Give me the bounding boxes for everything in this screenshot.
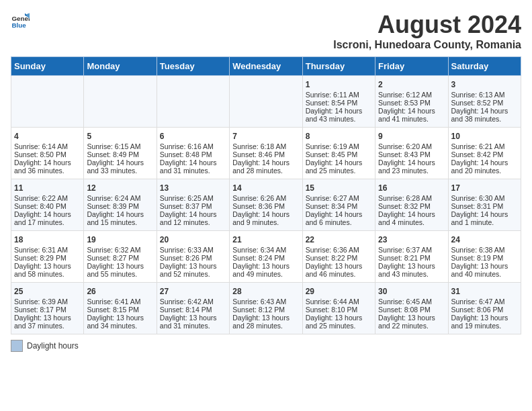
day-info: Sunrise: 6:43 AM: [232, 298, 299, 306]
day-info: Sunset: 8:15 PM: [87, 306, 153, 314]
day-info: Daylight: 14 hours and 12 minutes.: [160, 210, 226, 226]
day-info: Daylight: 13 hours and 58 minutes.: [14, 262, 81, 278]
day-info: Sunset: 8:48 PM: [160, 150, 226, 158]
day-info: Sunrise: 6:15 AM: [87, 142, 153, 150]
day-number: 26: [87, 287, 153, 296]
day-info: Sunset: 8:49 PM: [87, 150, 153, 158]
day-info: Sunset: 8:17 PM: [14, 306, 81, 314]
month-year-title: August 2024: [333, 11, 521, 39]
day-info: Daylight: 14 hours and 15 minutes.: [87, 210, 153, 226]
day-info: Sunset: 8:10 PM: [306, 306, 372, 314]
day-info: Sunrise: 6:36 AM: [306, 246, 372, 254]
logo-icon: General Blue: [11, 11, 30, 30]
day-info: Daylight: 14 hours and 23 minutes.: [378, 158, 445, 175]
day-info: Sunrise: 6:47 AM: [451, 298, 518, 306]
day-info: Sunset: 8:45 PM: [306, 150, 372, 158]
day-info: Sunrise: 6:19 AM: [306, 142, 372, 150]
day-number: 1: [306, 80, 372, 89]
day-info: Sunrise: 6:13 AM: [451, 91, 518, 99]
day-info: Sunset: 8:39 PM: [87, 202, 153, 210]
day-info: Sunrise: 6:16 AM: [160, 142, 226, 150]
day-number: 30: [378, 287, 445, 296]
day-info: Sunrise: 6:27 AM: [306, 194, 372, 202]
logo: General Blue: [11, 11, 30, 30]
calendar-cell: 26Sunrise: 6:41 AMSunset: 8:15 PMDayligh…: [84, 283, 157, 334]
calendar-cell: 6Sunrise: 6:16 AMSunset: 8:48 PMDaylight…: [157, 128, 229, 179]
calendar-week-row: 4Sunrise: 6:14 AMSunset: 8:50 PMDaylight…: [11, 128, 521, 179]
calendar-cell: [157, 76, 229, 128]
day-info: Daylight: 13 hours and 34 minutes.: [87, 314, 153, 330]
calendar-cell: 12Sunrise: 6:24 AMSunset: 8:39 PMDayligh…: [84, 179, 157, 231]
day-number: 3: [451, 80, 518, 89]
day-number: 15: [306, 183, 372, 193]
day-info: Sunrise: 6:42 AM: [160, 298, 226, 306]
day-info: Sunrise: 6:44 AM: [306, 298, 372, 306]
day-info: Daylight: 14 hours and 33 minutes.: [87, 158, 153, 175]
day-info: Sunset: 8:36 PM: [232, 202, 299, 210]
calendar-cell: 4Sunrise: 6:14 AMSunset: 8:50 PMDaylight…: [11, 128, 84, 179]
day-info: Sunrise: 6:38 AM: [451, 246, 518, 254]
day-info: Daylight: 13 hours and 28 minutes.: [232, 314, 299, 330]
calendar-cell: 27Sunrise: 6:42 AMSunset: 8:14 PMDayligh…: [157, 283, 229, 334]
day-number: 23: [378, 235, 445, 244]
column-header-thursday: Thursday: [302, 57, 375, 76]
day-number: 28: [232, 287, 299, 296]
calendar-cell: 23Sunrise: 6:37 AMSunset: 8:21 PMDayligh…: [375, 231, 448, 283]
day-info: Sunrise: 6:41 AM: [87, 298, 153, 306]
calendar-cell: [230, 76, 302, 128]
day-info: Sunset: 8:40 PM: [14, 202, 81, 210]
day-info: Sunset: 8:52 PM: [451, 99, 518, 107]
day-info: Daylight: 14 hours and 9 minutes.: [232, 210, 299, 226]
calendar-cell: 24Sunrise: 6:38 AMSunset: 8:19 PMDayligh…: [448, 231, 521, 283]
day-number: 29: [306, 287, 372, 296]
calendar-cell: 10Sunrise: 6:21 AMSunset: 8:42 PMDayligh…: [448, 128, 521, 179]
day-number: 20: [160, 235, 226, 244]
calendar-cell: 20Sunrise: 6:33 AMSunset: 8:26 PMDayligh…: [157, 231, 229, 283]
calendar-cell: 2Sunrise: 6:12 AMSunset: 8:53 PMDaylight…: [375, 76, 448, 128]
calendar-cell: 29Sunrise: 6:44 AMSunset: 8:10 PMDayligh…: [302, 283, 375, 334]
day-info: Daylight: 14 hours and 41 minutes.: [378, 107, 445, 123]
calendar-week-row: 11Sunrise: 6:22 AMSunset: 8:40 PMDayligh…: [11, 179, 521, 231]
legend: Daylight hours: [11, 340, 521, 352]
calendar-cell: 9Sunrise: 6:20 AMSunset: 8:43 PMDaylight…: [375, 128, 448, 179]
calendar-cell: 17Sunrise: 6:30 AMSunset: 8:31 PMDayligh…: [448, 179, 521, 231]
day-number: 10: [451, 132, 518, 141]
calendar-cell: 5Sunrise: 6:15 AMSunset: 8:49 PMDaylight…: [84, 128, 157, 179]
day-info: Daylight: 14 hours and 1 minute.: [451, 210, 518, 226]
day-info: Daylight: 13 hours and 49 minutes.: [232, 262, 299, 278]
day-info: Sunset: 8:27 PM: [87, 254, 153, 262]
day-info: Sunrise: 6:18 AM: [232, 142, 299, 150]
calendar-cell: 14Sunrise: 6:26 AMSunset: 8:36 PMDayligh…: [230, 179, 302, 231]
day-number: 25: [14, 287, 81, 296]
calendar-cell: 19Sunrise: 6:32 AMSunset: 8:27 PMDayligh…: [84, 231, 157, 283]
day-info: Sunset: 8:31 PM: [451, 202, 518, 210]
day-info: Daylight: 13 hours and 25 minutes.: [306, 314, 372, 330]
day-number: 27: [160, 287, 226, 296]
day-info: Sunset: 8:26 PM: [160, 254, 226, 262]
day-info: Daylight: 13 hours and 43 minutes.: [378, 262, 445, 278]
day-info: Sunrise: 6:12 AM: [378, 91, 445, 99]
header: General Blue August 2024 Iscroni, Hunedo…: [11, 11, 521, 51]
day-info: Sunset: 8:12 PM: [232, 306, 299, 314]
day-info: Daylight: 13 hours and 55 minutes.: [87, 262, 153, 278]
column-header-tuesday: Tuesday: [157, 57, 229, 76]
location-subtitle: Iscroni, Hunedoara County, Romania: [333, 39, 521, 51]
day-info: Sunrise: 6:37 AM: [378, 246, 445, 254]
day-info: Daylight: 14 hours and 28 minutes.: [232, 158, 299, 175]
day-info: Daylight: 14 hours and 20 minutes.: [451, 158, 518, 175]
day-info: Sunrise: 6:22 AM: [14, 194, 81, 202]
calendar-cell: 21Sunrise: 6:34 AMSunset: 8:24 PMDayligh…: [230, 231, 302, 283]
day-info: Sunrise: 6:32 AM: [87, 246, 153, 254]
day-number: 7: [232, 132, 299, 141]
day-number: 14: [232, 183, 299, 193]
day-number: 9: [378, 132, 445, 141]
calendar-cell: 15Sunrise: 6:27 AMSunset: 8:34 PMDayligh…: [302, 179, 375, 231]
day-info: Daylight: 13 hours and 40 minutes.: [451, 262, 518, 278]
calendar-cell: 16Sunrise: 6:28 AMSunset: 8:32 PMDayligh…: [375, 179, 448, 231]
day-info: Sunrise: 6:28 AM: [378, 194, 445, 202]
day-number: 11: [14, 183, 81, 193]
day-info: Daylight: 14 hours and 25 minutes.: [306, 158, 372, 175]
calendar-cell: 31Sunrise: 6:47 AMSunset: 8:06 PMDayligh…: [448, 283, 521, 334]
calendar-cell: 30Sunrise: 6:45 AMSunset: 8:08 PMDayligh…: [375, 283, 448, 334]
column-header-monday: Monday: [84, 57, 157, 76]
